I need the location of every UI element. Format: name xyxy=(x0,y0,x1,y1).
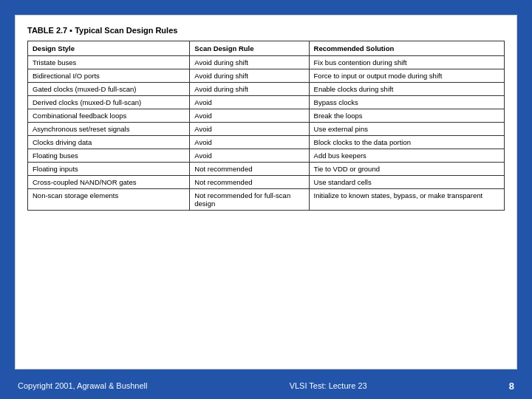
table-row: Floating inputsNot recommendedTie to VDD… xyxy=(28,163,505,176)
cell-design-style: Combinational feedback loops xyxy=(28,109,190,123)
cell-scan-rule: Avoid xyxy=(190,136,309,149)
footer-copyright: Copyright 2001, Agrawal & Bushnell xyxy=(18,381,148,390)
cell-design-style: Gated clocks (muxed-D full-scan) xyxy=(28,83,190,96)
cell-design-style: Cross-coupled NAND/NOR gates xyxy=(28,176,190,189)
cell-recommended-solution: Tie to VDD or ground xyxy=(309,163,504,176)
cell-scan-rule: Avoid during shift xyxy=(190,56,309,69)
table-row: Clocks driving dataAvoidBlock clocks to … xyxy=(28,136,505,149)
table-title: TABLE 2.7 ▪ Typical Scan Design Rules xyxy=(27,26,505,35)
cell-scan-rule: Avoid xyxy=(190,109,309,123)
table-row: Tristate busesAvoid during shiftFix bus … xyxy=(28,56,505,69)
table-row: Gated clocks (muxed-D full-scan)Avoid du… xyxy=(28,83,505,96)
cell-scan-rule: Avoid xyxy=(190,149,309,163)
table-row: Derived clocks (muxed-D full-scan)AvoidB… xyxy=(28,96,505,109)
cell-design-style: Bidirectional I/O ports xyxy=(28,69,190,83)
table-header-row: Design Style Scan Design Rule Recommende… xyxy=(28,41,505,56)
footer-lecture: VLSI Test: Lecture 23 xyxy=(290,381,367,390)
cell-recommended-solution: Add bus keepers xyxy=(309,149,504,163)
cell-recommended-solution: Force to input or output mode during shi… xyxy=(309,69,504,83)
table-row: Asynchronous set/reset signalsAvoidUse e… xyxy=(28,123,505,136)
cell-design-style: Tristate buses xyxy=(28,56,190,69)
cell-scan-rule: Not recommended for full-scan design xyxy=(190,189,309,211)
cell-design-style: Non-scan storage elements xyxy=(28,189,190,211)
cell-recommended-solution: Bypass clocks xyxy=(309,96,504,109)
cell-recommended-solution: Use standard cells xyxy=(309,176,504,189)
slide: TABLE 2.7 ▪ Typical Scan Design Rules De… xyxy=(15,15,517,369)
table-container: TABLE 2.7 ▪ Typical Scan Design Rules De… xyxy=(16,16,516,218)
cell-recommended-solution: Use external pins xyxy=(309,123,504,136)
header-design-style: Design Style xyxy=(28,41,190,56)
cell-scan-rule: Not recommended xyxy=(190,163,309,176)
header-scan-design-rule: Scan Design Rule xyxy=(190,41,309,56)
cell-recommended-solution: Fix bus contention during shift xyxy=(309,56,504,69)
table-row: Bidirectional I/O portsAvoid during shif… xyxy=(28,69,505,83)
footer-page-number: 8 xyxy=(509,381,514,392)
cell-scan-rule: Not recommended xyxy=(190,176,309,189)
cell-design-style: Floating inputs xyxy=(28,163,190,176)
cell-design-style: Derived clocks (muxed-D full-scan) xyxy=(28,96,190,109)
cell-recommended-solution: Block clocks to the data portion xyxy=(309,136,504,149)
cell-recommended-solution: Initialize to known states, bypass, or m… xyxy=(309,189,504,211)
cell-scan-rule: Avoid during shift xyxy=(190,83,309,96)
table-row: Floating busesAvoidAdd bus keepers xyxy=(28,149,505,163)
cell-scan-rule: Avoid during shift xyxy=(190,69,309,83)
footer: Copyright 2001, Agrawal & Bushnell VLSI … xyxy=(0,372,532,399)
cell-scan-rule: Avoid xyxy=(190,123,309,136)
cell-recommended-solution: Break the loops xyxy=(309,109,504,123)
cell-recommended-solution: Enable clocks during shift xyxy=(309,83,504,96)
cell-design-style: Floating buses xyxy=(28,149,190,163)
table-row: Non-scan storage elementsNot recommended… xyxy=(28,189,505,211)
cell-design-style: Asynchronous set/reset signals xyxy=(28,123,190,136)
table-row: Combinational feedback loopsAvoidBreak t… xyxy=(28,109,505,123)
design-rules-table: Design Style Scan Design Rule Recommende… xyxy=(27,41,505,211)
cell-design-style: Clocks driving data xyxy=(28,136,190,149)
header-recommended-solution: Recommended Solution xyxy=(309,41,504,56)
cell-scan-rule: Avoid xyxy=(190,96,309,109)
table-row: Cross-coupled NAND/NOR gatesNot recommen… xyxy=(28,176,505,189)
